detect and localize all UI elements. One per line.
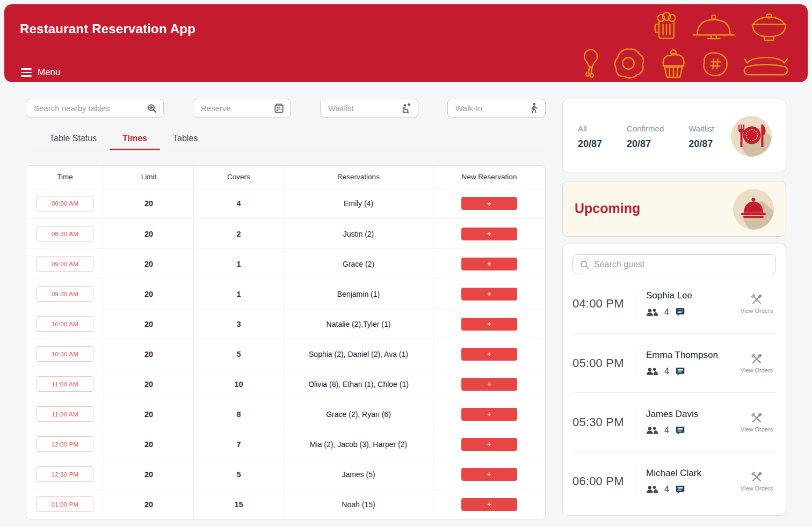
crossed-utensils-icon (751, 294, 763, 305)
time-slot-button[interactable]: 01:00 PM (37, 496, 93, 512)
guest-time: 05:00 PM (572, 356, 636, 370)
view-orders-button[interactable]: View Orders (737, 294, 776, 314)
guest-list-item: 06:00 PM Michael Clark 4 (572, 451, 776, 510)
view-orders-button[interactable]: View Orders (737, 412, 776, 433)
fried-egg-icon (613, 47, 646, 82)
add-reservation-button[interactable]: + (461, 468, 517, 481)
guest-search-field[interactable] (572, 254, 776, 274)
tureen-icon (749, 13, 789, 44)
zoom-search-icon (147, 103, 157, 113)
time-slot-button[interactable]: 09:30 AM (37, 286, 93, 302)
stat-all: All 20/87 (578, 124, 602, 150)
add-reservation-button[interactable]: + (461, 318, 517, 331)
col-header-new-reservation: New Reservation (433, 166, 545, 188)
cloche-icon (692, 13, 736, 44)
guest-search-input[interactable] (594, 260, 769, 269)
crossed-utensils-icon (751, 471, 763, 483)
party-size-icon (646, 485, 658, 494)
add-reservation-button[interactable]: + (461, 288, 517, 301)
time-slot-button[interactable]: 10:30 AM (37, 346, 93, 362)
waitlist-seat-icon (401, 103, 411, 114)
tab-tables[interactable]: Tables (160, 129, 211, 150)
header-food-icons (581, 11, 789, 82)
table-header-row: Time Limit Covers Reservations New Reser… (26, 166, 545, 188)
col-header-covers: Covers (194, 166, 284, 188)
time-slot-button[interactable]: 11:30 AM (37, 406, 93, 422)
calendar-icon (274, 103, 284, 113)
walkin-field[interactable] (447, 99, 546, 118)
table-row: 12:30 PM 20 5 James (5) + (26, 459, 545, 489)
tab-times[interactable]: Times (110, 129, 160, 150)
time-slot-button[interactable]: 09:00 AM (37, 256, 93, 272)
party-size: 4 (664, 308, 669, 317)
guest-name: Sophia Lee (646, 290, 737, 301)
guest-name: Michael Clark (646, 468, 737, 479)
filter-bar (26, 99, 546, 118)
walking-person-icon (529, 103, 539, 114)
add-reservation-button[interactable]: + (461, 408, 517, 421)
waitlist-field[interactable] (320, 99, 418, 118)
view-orders-button[interactable]: View Orders (737, 471, 776, 492)
time-slot-button[interactable]: 08:00 AM (37, 196, 93, 211)
add-reservation-button[interactable]: + (461, 258, 517, 270)
search-icon (579, 260, 589, 269)
search-tables-input[interactable] (34, 104, 142, 113)
view-tabs: Table Status Times Tables (26, 129, 546, 150)
table-row: 01:00 PM 20 15 Noah (15) + (26, 489, 545, 519)
col-header-reservations: Reservations (284, 166, 433, 188)
time-slot-button[interactable]: 12:30 PM (37, 466, 93, 482)
times-table: Time Limit Covers Reservations New Reser… (26, 165, 546, 519)
reserve-input[interactable] (201, 104, 270, 113)
table-row: 09:00 AM 20 1 Grace (2) + (26, 248, 545, 279)
guest-list-item: 04:00 PM Sophia Lee 4 (572, 274, 776, 333)
chat-icon[interactable] (675, 367, 685, 377)
add-reservation-button[interactable]: + (461, 498, 517, 511)
stat-confirmed: Confirmed 20/87 (627, 124, 664, 150)
col-header-time: Time (26, 166, 104, 188)
add-reservation-button[interactable]: + (461, 378, 517, 391)
party-size: 4 (664, 485, 669, 494)
cloche-badge-icon (733, 189, 774, 232)
time-slot-button[interactable]: 12:00 PM (37, 436, 93, 452)
chat-icon[interactable] (675, 307, 685, 317)
party-size-icon (646, 308, 658, 317)
add-reservation-button[interactable]: + (461, 348, 517, 361)
table-row: 11:30 AM 20 8 Grace (2), Ryan (6) + (26, 399, 545, 429)
chat-icon[interactable] (675, 485, 685, 495)
beer-mug-icon (654, 11, 679, 44)
party-size-icon (646, 426, 658, 435)
crossed-utensils-icon (751, 412, 763, 424)
time-slot-button[interactable]: 10:00 AM (37, 316, 93, 332)
add-reservation-button[interactable]: + (461, 228, 517, 240)
party-size: 4 (664, 426, 669, 435)
plate-fork-knife-icon (731, 116, 772, 159)
col-header-limit: Limit (104, 166, 194, 188)
time-slot-button[interactable]: 08:30 AM (37, 226, 93, 241)
party-size-icon (646, 367, 658, 376)
table-row: 12:00 PM 20 7 Mia (2), Jacob (3), Harper… (26, 429, 545, 459)
party-size: 4 (664, 367, 669, 376)
guest-list-item: 05:00 PM Emma Thompson 4 (572, 333, 776, 392)
time-slot-button[interactable]: 11:00 AM (37, 376, 93, 392)
chat-icon[interactable] (675, 426, 685, 436)
stat-waitlist: Waitlist 20/87 (688, 124, 714, 150)
steak-icon (701, 49, 729, 82)
table-row: 11:00 AM 20 10 Olivia (8), Ethan (1), Ch… (26, 369, 545, 399)
waitlist-input[interactable] (328, 104, 397, 113)
walkin-input[interactable] (455, 104, 525, 113)
menu-button[interactable]: Menu (21, 67, 61, 78)
guest-time: 04:00 PM (572, 297, 636, 311)
tab-table-status[interactable]: Table Status (37, 129, 110, 150)
search-tables-field[interactable] (26, 99, 164, 118)
crossed-utensils-icon (751, 353, 763, 365)
add-reservation-button[interactable]: + (461, 197, 517, 210)
table-row: 08:30 AM 20 2 Justin (2) + (26, 218, 545, 248)
reserve-field[interactable] (193, 99, 291, 118)
add-reservation-button[interactable]: + (461, 438, 517, 451)
app-header: Restaurant Reservation App Menu (4, 4, 808, 82)
upcoming-title: Upcoming (575, 201, 640, 216)
upcoming-card: Upcoming (562, 181, 786, 237)
view-orders-button[interactable]: View Orders (737, 353, 776, 374)
guest-time: 06:00 PM (572, 474, 636, 488)
guest-name: James Davis (646, 409, 737, 420)
